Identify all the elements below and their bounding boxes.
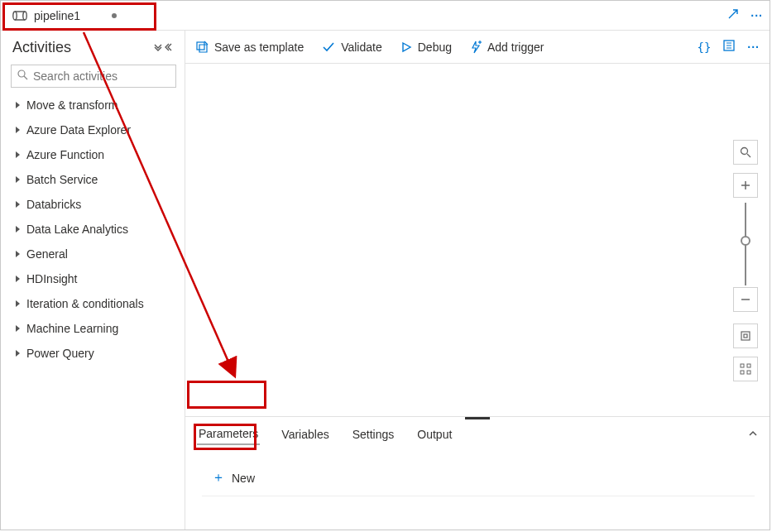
collapse-sidebar-icon[interactable] (165, 41, 175, 55)
new-parameter-button[interactable]: ＋ New (200, 465, 266, 491)
svg-rect-18 (741, 364, 744, 367)
play-icon (400, 41, 412, 53)
svg-rect-19 (747, 364, 750, 367)
pipeline-title: pipeline1 (34, 9, 80, 22)
activity-label: Azure Function (26, 148, 104, 161)
canvas-toolbar: Save as template Validate Debug Add trig… (185, 31, 770, 64)
sidebar-title: Activities (12, 39, 153, 56)
panel-tab-output[interactable]: Output (415, 424, 453, 444)
pipeline-tab[interactable]: pipeline1 (7, 1, 128, 30)
toolbar-more-menu[interactable]: ··· (747, 41, 760, 54)
debug-button[interactable]: Debug (400, 41, 452, 54)
activity-category[interactable]: Azure Function (1, 142, 185, 167)
svg-point-2 (18, 70, 25, 77)
save-template-label: Save as template (214, 41, 304, 54)
canvas-search-button[interactable] (733, 140, 758, 165)
svg-rect-21 (747, 371, 750, 374)
debug-label: Debug (418, 41, 452, 54)
add-trigger-label: Add trigger (487, 41, 544, 54)
caret-right-icon (16, 102, 20, 108)
panel-tab-settings[interactable]: Settings (351, 424, 396, 444)
caret-right-icon (16, 176, 20, 183)
activity-category[interactable]: Power Query (1, 341, 185, 366)
properties-panel: ParametersVariablesSettingsOutput ＋ New (185, 416, 770, 530)
activity-label: Azure Data Explorer (26, 123, 131, 137)
activity-category[interactable]: Azure Data Explorer (1, 117, 185, 142)
fit-to-screen-button[interactable] (733, 324, 758, 348)
activity-category[interactable]: Machine Learning (1, 316, 185, 341)
activity-label: Data Lake Analytics (26, 223, 128, 236)
svg-point-0 (13, 12, 17, 20)
zoom-out-button[interactable] (733, 287, 758, 312)
divider (202, 496, 755, 496)
activity-label: General (26, 247, 68, 261)
caret-right-icon (16, 300, 20, 307)
zoom-in-button[interactable] (733, 173, 758, 198)
plus-icon: ＋ (212, 469, 225, 486)
validate-button[interactable]: Validate (322, 41, 382, 54)
activity-category[interactable]: General (1, 242, 185, 266)
svg-rect-16 (741, 332, 750, 340)
new-label: New (232, 472, 255, 485)
activity-category[interactable]: Iteration & conditionals (1, 291, 185, 316)
caret-right-icon (16, 325, 20, 332)
activity-label: Batch Service (26, 173, 98, 186)
activity-category[interactable]: Databricks (1, 192, 185, 217)
activity-category[interactable]: Batch Service (1, 167, 185, 192)
svg-point-1 (23, 12, 26, 20)
activity-label: HDInsight (26, 272, 77, 285)
template-icon (195, 41, 209, 54)
minimap-button[interactable] (733, 357, 758, 381)
caret-right-icon (16, 226, 20, 232)
activities-sidebar: Activities Move & transformAzure Data Ex… (1, 31, 185, 530)
collapse-panel-icon[interactable] (748, 429, 758, 441)
zoom-controls (733, 140, 758, 381)
svg-line-3 (24, 76, 27, 79)
check-icon (322, 41, 335, 54)
search-icon (17, 69, 28, 83)
activity-label: Databricks (26, 198, 81, 211)
add-trigger-button[interactable]: Add trigger (470, 41, 544, 54)
search-input[interactable] (11, 65, 176, 88)
more-menu[interactable]: ··· (750, 9, 763, 22)
pipeline-canvas[interactable] (185, 64, 770, 416)
trigger-icon (470, 41, 482, 54)
caret-right-icon (16, 276, 20, 282)
caret-right-icon (16, 151, 20, 158)
zoom-thumb[interactable] (741, 236, 750, 246)
activity-category[interactable]: Move & transform (1, 93, 185, 117)
zoom-slider[interactable] (745, 203, 746, 285)
code-view-button[interactable]: {} (697, 41, 711, 54)
resize-grip[interactable] (465, 417, 490, 419)
caret-right-icon (16, 251, 20, 257)
caret-right-icon (16, 201, 20, 208)
caret-right-icon (16, 127, 20, 133)
properties-button[interactable] (722, 39, 736, 55)
svg-rect-17 (744, 334, 747, 338)
activity-category[interactable]: HDInsight (1, 266, 185, 291)
pipeline-icon (12, 10, 27, 22)
unsaved-dot-icon (112, 13, 117, 18)
expand-icon[interactable] (727, 8, 739, 23)
chevron-down-double-icon[interactable] (153, 41, 163, 55)
svg-rect-4 (197, 42, 204, 50)
activity-category[interactable]: Data Lake Analytics (1, 217, 185, 242)
svg-point-11 (741, 148, 748, 155)
panel-tab-variables[interactable]: Variables (280, 424, 330, 444)
validate-label: Validate (341, 41, 382, 54)
caret-right-icon (16, 350, 20, 357)
svg-rect-20 (741, 371, 744, 374)
activity-label: Iteration & conditionals (26, 297, 144, 310)
svg-line-12 (747, 154, 750, 157)
title-bar: pipeline1 ··· (1, 1, 770, 31)
activity-label: Move & transform (26, 98, 117, 112)
activity-label: Machine Learning (26, 322, 118, 335)
activity-label: Power Query (26, 347, 94, 360)
panel-tab-parameters[interactable]: Parameters (197, 424, 260, 445)
save-as-template-button[interactable]: Save as template (195, 41, 304, 54)
